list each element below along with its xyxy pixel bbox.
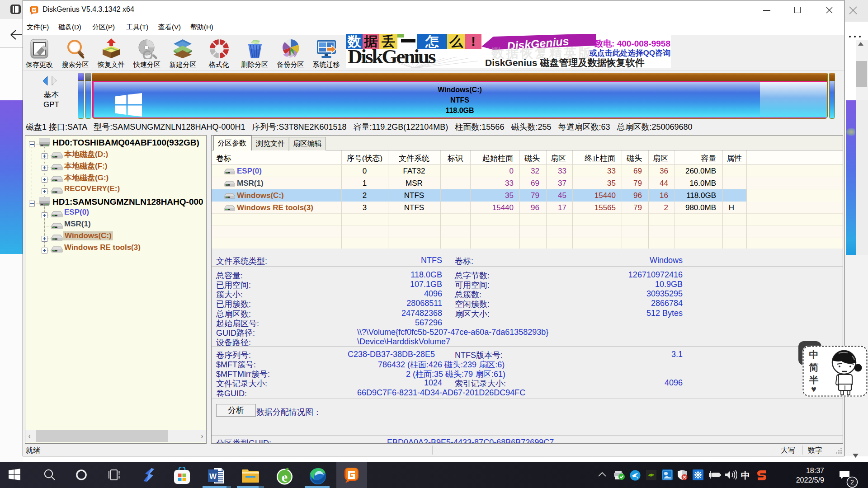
svg-text:2: 2 — [850, 479, 854, 486]
svg-text:W: W — [209, 472, 217, 481]
svg-text:i: i — [670, 476, 670, 479]
